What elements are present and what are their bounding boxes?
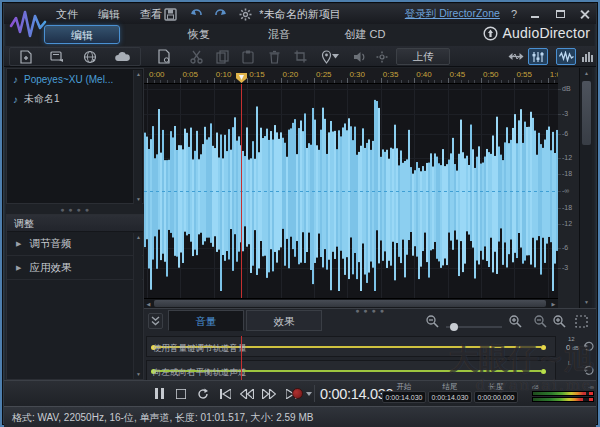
keyframe-track[interactable]: 使用音量键调节轨道音量 bbox=[146, 336, 556, 357]
go-to-start-button[interactable] bbox=[216, 386, 234, 401]
copy-button[interactable] bbox=[212, 48, 232, 65]
horizontal-scrollbar[interactable]: ◀ ▶ bbox=[144, 298, 558, 308]
scroll-down-arrow-icon[interactable]: ▼ bbox=[134, 370, 143, 379]
reset-arrow-icon bbox=[583, 340, 594, 351]
keyframe-tab[interactable]: 效果 bbox=[246, 310, 322, 331]
scroll-up-arrow-icon[interactable]: ▲ bbox=[134, 233, 143, 242]
time-stretch-button[interactable] bbox=[506, 48, 526, 65]
trim-button[interactable] bbox=[290, 48, 310, 65]
record-dropdown-icon[interactable] bbox=[306, 392, 312, 396]
scroll-down-arrow-icon[interactable]: ▼ bbox=[582, 298, 591, 307]
scroll-right-arrow-icon[interactable]: ▶ bbox=[549, 300, 558, 308]
marker-dropdown[interactable] bbox=[330, 48, 340, 65]
keyframe-point[interactable] bbox=[541, 345, 546, 350]
db-scale-tick bbox=[558, 174, 561, 175]
delete-button[interactable] bbox=[264, 48, 284, 65]
library-item[interactable]: ♪Popeyes~XU (Mel... bbox=[7, 69, 143, 89]
ruler-tick bbox=[461, 80, 462, 83]
library-scrollbar[interactable]: ▲ ▼ bbox=[133, 70, 142, 204]
time-field-value[interactable]: 0:00:14.030 bbox=[382, 391, 426, 403]
mixer-panel-toggle[interactable] bbox=[528, 48, 548, 65]
adjust-item[interactable]: ▶调节音频 bbox=[7, 232, 143, 256]
import-audio-button[interactable] bbox=[19, 50, 33, 64]
mode-tab[interactable]: 创建 CD bbox=[322, 25, 408, 44]
signin-link[interactable]: 登录到 DirectorZone bbox=[405, 7, 500, 21]
zoom-slider[interactable] bbox=[446, 326, 502, 328]
rewind-button[interactable] bbox=[238, 386, 256, 401]
mode-tab[interactable]: 混音 bbox=[244, 25, 314, 44]
keyframe-point[interactable] bbox=[541, 369, 546, 374]
upload-button[interactable]: 上传 bbox=[396, 48, 450, 65]
left-sidebar: ♪Popeyes~XU (Mel...♪未命名1 ▲ ▼ ● ● ● ● 调整 … bbox=[6, 68, 144, 380]
zoom-slider-handle[interactable] bbox=[450, 323, 458, 331]
scroll-left-arrow-icon[interactable]: ◀ bbox=[144, 300, 153, 308]
panel-splitter[interactable]: ● ● ● ● bbox=[6, 206, 144, 214]
scroll-up-arrow-icon[interactable]: ▲ bbox=[582, 69, 591, 78]
titlebar: 文件编辑查看 *未命名的新项目 登录到 DirectorZone ? bbox=[4, 4, 596, 24]
loop-button[interactable] bbox=[194, 386, 212, 401]
zoom-out-button[interactable] bbox=[425, 314, 440, 328]
adjust-scrollbar[interactable]: ▲ ▼ bbox=[133, 233, 142, 379]
vertical-zoom-in-button[interactable] bbox=[552, 314, 567, 328]
keyframe-tab[interactable]: 音量 bbox=[168, 310, 244, 331]
menu-item[interactable]: 查看 bbox=[140, 7, 162, 22]
vertical-zoom-out-button[interactable] bbox=[533, 314, 548, 328]
adjust-item[interactable]: ▶应用效果 bbox=[7, 256, 143, 280]
scrollbar-thumb[interactable] bbox=[154, 300, 546, 307]
maximize-button[interactable] bbox=[553, 8, 567, 20]
waveform-editor: 0:000:050:100:150:200:250:300:350:400:45… bbox=[144, 68, 558, 308]
minimize-button[interactable] bbox=[528, 8, 542, 20]
scrollbar-thumb[interactable] bbox=[582, 81, 591, 145]
time-field-value[interactable]: 0:00:00.000 bbox=[474, 391, 518, 403]
import-video-button[interactable] bbox=[50, 50, 65, 63]
paste-button[interactable] bbox=[238, 48, 258, 65]
save-button[interactable] bbox=[162, 6, 179, 22]
cloud-button[interactable] bbox=[114, 51, 131, 63]
playhead-line bbox=[241, 84, 242, 298]
timeline-ruler[interactable]: 0:000:050:100:150:200:250:300:350:400:45… bbox=[144, 68, 558, 84]
mode-tab[interactable]: 编辑 bbox=[44, 25, 120, 44]
pause-button[interactable] bbox=[150, 386, 168, 401]
menu-item[interactable]: 编辑 bbox=[98, 7, 120, 22]
scroll-up-arrow-icon[interactable]: ▲ bbox=[134, 70, 143, 79]
zoom-in-button[interactable] bbox=[508, 314, 523, 328]
properties-button[interactable] bbox=[154, 48, 174, 65]
reset-button[interactable] bbox=[583, 364, 594, 375]
record-button[interactable] bbox=[292, 388, 303, 399]
track-controls: 120 dB bbox=[560, 336, 594, 357]
track-value[interactable]: 0 dB bbox=[566, 343, 579, 352]
waveform-display[interactable] bbox=[144, 84, 558, 298]
ruler-tick bbox=[180, 78, 181, 83]
close-button[interactable] bbox=[578, 8, 592, 20]
waveform-view-toggle[interactable] bbox=[556, 48, 576, 65]
meter-db-label: dB bbox=[532, 384, 539, 390]
keyframe-track[interactable]: 向左或向右平衡轨道声道 bbox=[146, 360, 556, 381]
reset-button[interactable] bbox=[583, 340, 594, 351]
rewind-icon bbox=[240, 389, 254, 399]
effects-settings-button[interactable] bbox=[372, 48, 392, 65]
fast-forward-button[interactable] bbox=[260, 386, 278, 401]
ruler-tick bbox=[347, 78, 348, 83]
vertical-scrollbar[interactable]: ▲ ▼ bbox=[579, 68, 592, 308]
fit-view-button[interactable] bbox=[575, 315, 588, 328]
waveform-canvas[interactable] bbox=[144, 84, 558, 298]
track-label: 向左或向右平衡轨道声道 bbox=[153, 367, 247, 379]
normalize-button[interactable] bbox=[350, 48, 370, 65]
ruler-tick-label: 0:50 bbox=[483, 70, 499, 79]
cut-button[interactable] bbox=[186, 48, 206, 65]
redo-button[interactable] bbox=[212, 6, 229, 22]
menu-item[interactable]: 文件 bbox=[56, 7, 78, 22]
scroll-down-arrow-icon[interactable]: ▼ bbox=[134, 195, 143, 204]
directorzone-download-button[interactable] bbox=[83, 50, 97, 64]
collapse-panel-button[interactable] bbox=[148, 313, 163, 329]
time-field-value[interactable]: 0:00:14.030 bbox=[428, 391, 472, 403]
stop-button[interactable] bbox=[172, 386, 190, 401]
spectral-view-toggle[interactable] bbox=[578, 48, 598, 65]
library-item[interactable]: ♪未命名1 bbox=[7, 89, 143, 109]
settings-button[interactable] bbox=[237, 6, 254, 22]
undo-button[interactable] bbox=[187, 6, 204, 22]
minimize-icon bbox=[531, 16, 539, 18]
mode-tab[interactable]: 恢复 bbox=[164, 25, 234, 44]
help-button[interactable]: ? bbox=[511, 8, 517, 20]
ruler-tick bbox=[287, 80, 288, 83]
